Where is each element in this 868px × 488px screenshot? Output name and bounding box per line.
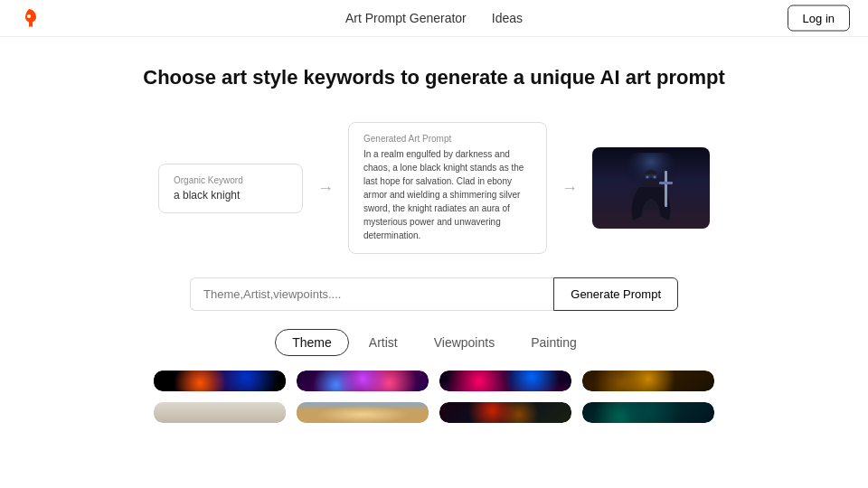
greek-image: [297, 402, 429, 423]
organic-keyword-box: Organic Keyword a black knight: [158, 164, 303, 213]
cyberpunk-image: [439, 371, 571, 391]
svg-point-0: [27, 14, 31, 18]
nordic-image: [154, 402, 286, 423]
theme-grid: galaxy nebula Cyberpunk Steampunk Nordic…: [136, 371, 732, 441]
tab-painting[interactable]: Painting: [514, 329, 593, 356]
svg-rect-5: [665, 171, 667, 207]
tab-viewpoints[interactable]: Viewpoints: [418, 329, 511, 356]
nav-ideas[interactable]: Ideas: [492, 11, 523, 25]
generated-label: Generated Art Prompt: [363, 134, 532, 144]
grid-item-cyberpunk[interactable]: Cyberpunk: [439, 371, 571, 391]
generate-button[interactable]: Generate Prompt: [553, 277, 678, 311]
nebula-image: [297, 371, 429, 391]
grid-item-galaxy[interactable]: galaxy: [154, 371, 286, 391]
grid-item-cthulhu[interactable]: Cthulhu Mythos: [582, 402, 714, 423]
svg-rect-6: [659, 182, 673, 184]
generated-prompt-box: Generated Art Prompt In a realm engulfed…: [348, 122, 547, 254]
nav-art-prompt[interactable]: Art Prompt Generator: [345, 11, 467, 25]
grid-item-nebula[interactable]: nebula: [297, 371, 429, 391]
grid-item-robot[interactable]: robot: [439, 402, 571, 423]
grid-item-nordic[interactable]: Nordic myths: [154, 402, 286, 423]
svg-point-8: [654, 176, 656, 179]
steampunk-image: [582, 371, 714, 391]
nav-links: Art Prompt Generator Ideas: [345, 11, 523, 25]
tab-theme[interactable]: Theme: [275, 329, 349, 356]
arrow-1: →: [317, 179, 334, 198]
login-button[interactable]: Log in: [788, 5, 850, 32]
example-image: [592, 147, 710, 229]
hero-title: Choose art style keywords to generate a …: [18, 66, 850, 89]
cthulhu-image: [582, 402, 714, 423]
robot-image: [439, 402, 571, 423]
hero-section: Choose art style keywords to generate a …: [0, 37, 868, 108]
example-flow: Organic Keyword a black knight → Generat…: [81, 108, 787, 268]
arrow-2: →: [561, 179, 578, 198]
tabs-bar: Theme Artist Viewpoints Painting: [0, 329, 868, 356]
navbar: Art Prompt Generator Ideas Log in: [0, 0, 868, 37]
search-bar: Generate Prompt: [172, 277, 696, 311]
search-input[interactable]: [190, 277, 553, 311]
svg-point-7: [646, 176, 649, 179]
nav-logo: [18, 7, 40, 29]
galaxy-image: [154, 371, 286, 391]
grid-item-steampunk[interactable]: Steampunk: [582, 371, 714, 391]
grid-item-greek[interactable]: Greek myths: [297, 402, 429, 423]
generated-text: In a realm engulfed by darkness and chao…: [363, 147, 532, 242]
tab-artist[interactable]: Artist: [353, 329, 414, 356]
organic-label: Organic Keyword: [174, 175, 288, 185]
organic-value: a black knight: [174, 189, 288, 202]
